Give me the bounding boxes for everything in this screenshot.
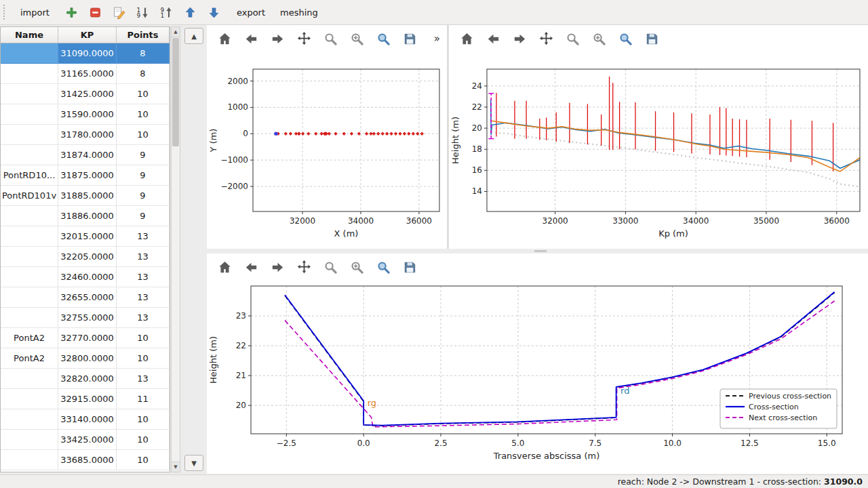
scroll-page-up-button[interactable]: ▲ <box>184 28 203 44</box>
zoom-icon <box>565 31 580 47</box>
table-row[interactable]: 32460.0000 13 <box>1 267 170 287</box>
column-header-kp[interactable]: KP <box>58 27 117 43</box>
svg-text:rd: rd <box>620 386 629 396</box>
home-button[interactable] <box>214 257 235 277</box>
pan-button[interactable] <box>535 28 557 49</box>
zoom-button[interactable] <box>319 28 341 49</box>
forward-button[interactable] <box>267 257 288 277</box>
scrollbar-thumb[interactable] <box>172 38 179 146</box>
back-button[interactable] <box>240 257 262 277</box>
back-button[interactable] <box>240 28 262 49</box>
table-scrollbar[interactable]: ▲ ▼ <box>171 26 180 472</box>
table-row[interactable]: 32820.0000 13 <box>1 369 170 389</box>
table-row[interactable]: 31165.0000 8 <box>1 64 170 84</box>
table-row[interactable]: 32755.0000 13 <box>1 308 170 328</box>
profile-plot[interactable]: 3200033000340003500036000141618202224Kp … <box>449 54 868 249</box>
move-up-button[interactable] <box>180 2 201 22</box>
add-button[interactable] <box>61 2 83 22</box>
cell-points: 10 <box>117 348 170 369</box>
svg-text:32000: 32000 <box>290 216 315 226</box>
table-row[interactable]: 31425.0000 10 <box>1 84 170 104</box>
forward-button[interactable] <box>509 28 530 49</box>
zoom-in-button[interactable] <box>588 28 610 49</box>
svg-text:32000: 32000 <box>542 216 568 226</box>
table-row[interactable]: 31874.0000 9 <box>1 145 170 165</box>
xy-plot[interactable]: 320003400036000−2000−1000010002000X (m)Y… <box>207 54 447 249</box>
cell-name <box>1 450 58 470</box>
cell-points: 11 <box>117 389 170 409</box>
table-row[interactable]: PontRD10... 31875.0000 9 <box>1 165 170 186</box>
forward-button[interactable] <box>267 28 288 49</box>
table-header: Name KP Points <box>1 27 170 43</box>
column-header-name[interactable]: Name <box>1 27 58 43</box>
cell-points: 10 <box>117 430 170 450</box>
home-button[interactable] <box>214 28 235 49</box>
move-down-button[interactable] <box>203 2 225 22</box>
move-down-icon <box>207 5 221 20</box>
statusbar-cross-section-value: 31090.0 <box>824 476 863 487</box>
zoom-button[interactable] <box>319 257 341 277</box>
cell-kp: 31780.0000 <box>58 125 117 145</box>
pan-button[interactable] <box>293 257 315 277</box>
cell-kp: 31590.0000 <box>58 104 117 125</box>
scrollbar-up-icon[interactable]: ▲ <box>172 27 180 37</box>
save-button[interactable] <box>399 257 420 277</box>
pan-button[interactable] <box>293 28 315 49</box>
zoom-in-button[interactable] <box>346 28 368 49</box>
table-row[interactable]: 33140.0000 10 <box>1 409 170 430</box>
forward-icon <box>270 260 285 275</box>
sort-asc-button[interactable]: 19 <box>132 2 154 22</box>
table-row[interactable]: 31590.0000 10 <box>1 104 170 125</box>
statusbar-text: reach: Node 2 -> Downstream 1 - cross-se… <box>618 476 821 487</box>
svg-text:20: 20 <box>472 123 482 133</box>
sort-desc-button[interactable]: 91 <box>156 2 178 22</box>
cell-kp: 32460.0000 <box>58 267 117 287</box>
table-row[interactable]: 32655.0000 13 <box>1 287 170 308</box>
menubar-tools: 1991 <box>61 2 225 22</box>
horizontal-splitter[interactable] <box>207 249 868 253</box>
menu-export[interactable]: export <box>229 4 273 21</box>
zoom-rect-button[interactable] <box>372 28 394 49</box>
back-button[interactable] <box>482 28 504 49</box>
table-row[interactable]: 31886.0000 9 <box>1 206 170 226</box>
forward-icon <box>512 31 528 47</box>
home-button[interactable] <box>456 28 477 49</box>
zoom-rect-button[interactable] <box>372 257 394 277</box>
splitter-handle[interactable] <box>534 250 547 252</box>
zoom-button[interactable] <box>561 28 583 49</box>
cell-kp: 31874.0000 <box>58 145 117 165</box>
table-row[interactable]: PontA2 32770.0000 10 <box>1 328 170 348</box>
cross-section-plot[interactable]: rgrd−2.50.02.55.07.510.012.515.020212223… <box>207 281 868 474</box>
table-row[interactable]: 33685.0000 10 <box>1 450 170 470</box>
table-row[interactable]: 33425.0000 10 <box>1 430 170 450</box>
back-icon <box>243 31 259 47</box>
cell-points: 8 <box>117 43 170 64</box>
remove-button[interactable] <box>85 2 106 22</box>
table-row[interactable]: PontA2 32800.0000 10 <box>1 348 170 369</box>
cell-kp: 32820.0000 <box>58 369 117 389</box>
scrollbar-down-icon[interactable]: ▼ <box>172 462 180 472</box>
table-row[interactable]: 31090.0000 8 <box>1 43 170 64</box>
svg-text:Kp (m): Kp (m) <box>658 228 688 239</box>
toolbar-overflow-button[interactable]: » <box>430 31 444 46</box>
cross-section-plot-panel: rgrd−2.50.02.55.07.510.012.515.020212223… <box>207 281 868 474</box>
save-button[interactable] <box>399 28 420 49</box>
cell-name <box>1 267 58 287</box>
table-row[interactable]: PontRD101v 31885.0000 9 <box>1 186 170 206</box>
cell-points: 13 <box>117 369 170 389</box>
cross-section-table: Name KP Points 31090.0000 8 31165.0000 8… <box>0 26 170 472</box>
table-row[interactable]: 32015.0000 13 <box>1 226 170 247</box>
toolbar-grip[interactable] <box>3 5 7 20</box>
table-row[interactable]: 32205.0000 13 <box>1 247 170 267</box>
menu-import[interactable]: import <box>13 4 57 21</box>
edit-button[interactable] <box>108 2 130 22</box>
table-row[interactable]: 31780.0000 10 <box>1 125 170 145</box>
menu-meshing[interactable]: meshing <box>273 4 326 21</box>
zoom-in-button[interactable] <box>346 257 368 277</box>
table-row[interactable]: 32915.0000 11 <box>1 389 170 409</box>
svg-text:Height (m): Height (m) <box>208 336 218 384</box>
zoom-rect-button[interactable] <box>614 28 636 49</box>
column-header-points[interactable]: Points <box>117 27 170 43</box>
save-button[interactable] <box>641 28 663 49</box>
scroll-page-down-button[interactable]: ▼ <box>184 455 203 471</box>
